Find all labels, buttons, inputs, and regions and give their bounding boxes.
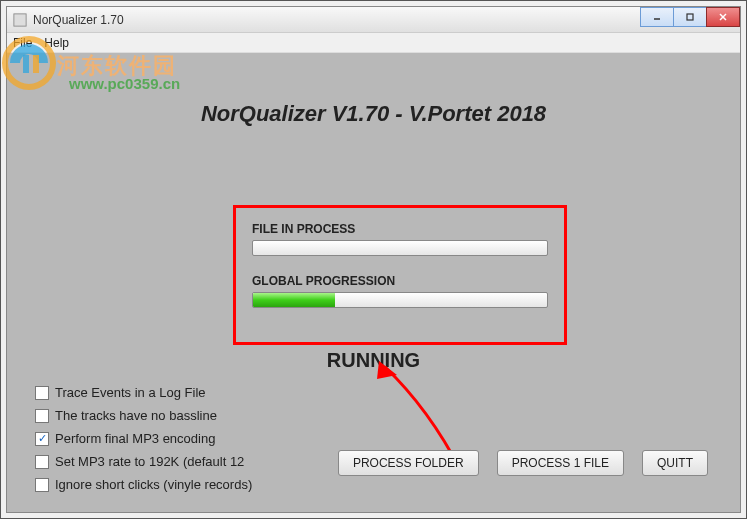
checkbox-icon <box>35 478 49 492</box>
global-progress-bar <box>252 292 548 308</box>
titlebar: NorQualizer 1.70 <box>7 7 740 33</box>
checkbox-icon <box>35 409 49 423</box>
client-area: 河东软件园 www.pc0359.cn NorQualizer V1.70 - … <box>7 53 740 512</box>
svg-rect-0 <box>14 13 26 25</box>
checkbox-label: Ignore short clicks (vinyle records) <box>55 477 252 492</box>
maximize-button[interactable] <box>673 7 707 27</box>
checkbox-no-bassline[interactable]: The tracks have no bassline <box>35 408 252 423</box>
app-window: NorQualizer 1.70 File Help 河东软件园 <box>6 6 741 513</box>
checkbox-ignore-clicks[interactable]: Ignore short clicks (vinyle records) <box>35 477 252 492</box>
app-icon <box>13 13 27 27</box>
checkbox-icon <box>35 455 49 469</box>
close-button[interactable] <box>706 7 740 27</box>
checkbox-label: Trace Events in a Log File <box>55 385 206 400</box>
progress-panel: FILE IN PROCESS GLOBAL PROGRESSION <box>233 205 567 345</box>
svg-rect-6 <box>23 55 29 73</box>
process-folder-button[interactable]: PROCESS FOLDER <box>338 450 479 476</box>
file-progress-bar <box>252 240 548 256</box>
checkbox-label: Set MP3 rate to 192K (default 12 <box>55 454 244 469</box>
file-progress-label: FILE IN PROCESS <box>252 222 548 236</box>
checkbox-mp3-rate[interactable]: Set MP3 rate to 192K (default 12 <box>35 454 252 469</box>
options-list: Trace Events in a Log File The tracks ha… <box>35 385 252 492</box>
checkbox-label: The tracks have no bassline <box>55 408 217 423</box>
window-controls <box>641 7 740 27</box>
checkbox-label: Perform final MP3 encoding <box>55 431 215 446</box>
process-file-button[interactable]: PROCESS 1 FILE <box>497 450 624 476</box>
checkbox-trace-events[interactable]: Trace Events in a Log File <box>35 385 252 400</box>
window-title: NorQualizer 1.70 <box>33 13 124 27</box>
svg-rect-7 <box>33 55 39 73</box>
watermark-text-url: www.pc0359.cn <box>69 75 180 92</box>
global-progress-label: GLOBAL PROGRESSION <box>252 274 548 288</box>
action-buttons: PROCESS FOLDER PROCESS 1 FILE QUITT <box>338 450 708 476</box>
checkbox-icon: ✓ <box>35 432 49 446</box>
checkbox-icon <box>35 386 49 400</box>
quit-button[interactable]: QUITT <box>642 450 708 476</box>
status-text: RUNNING <box>7 349 740 372</box>
menubar: File Help <box>7 33 740 53</box>
svg-rect-2 <box>687 14 693 20</box>
minimize-button[interactable] <box>640 7 674 27</box>
global-progress-fill <box>253 293 335 307</box>
app-heading: NorQualizer V1.70 - V.Portet 2018 <box>7 101 740 127</box>
checkbox-mp3-encoding[interactable]: ✓ Perform final MP3 encoding <box>35 431 252 446</box>
